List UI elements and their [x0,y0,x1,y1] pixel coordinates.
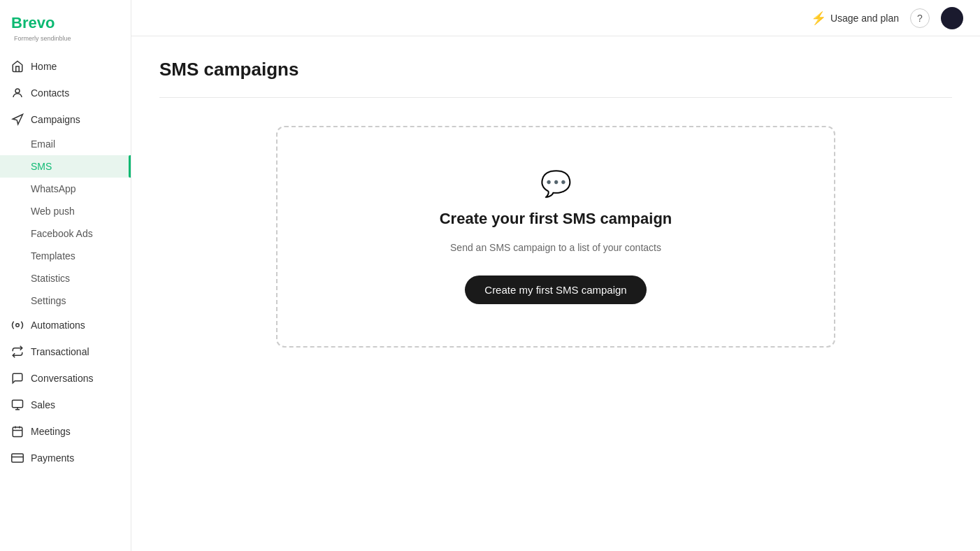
main-content: ⚡ Usage and plan ? SMS campaigns 💬 Creat… [131,0,980,551]
automations-icon [11,319,24,331]
svg-marker-1 [13,115,22,124]
sidebar-item-sales[interactable]: Sales [0,392,131,418]
svg-point-0 [15,89,20,93]
sidebar-item-contacts[interactable]: Contacts [0,80,131,106]
empty-state-icon: 💬 [540,169,572,199]
sidebar-sub-label: Settings [31,295,66,306]
sidebar-item-campaigns[interactable]: Campaigns [0,106,131,133]
sidebar-item-payments[interactable]: Payments [0,445,131,471]
empty-state-title: Create your first SMS campaign [440,210,672,228]
contacts-icon [11,87,24,99]
usage-plan-button[interactable]: ⚡ Usage and plan [811,10,899,26]
content-area: SMS campaigns 💬 Create your first SMS ca… [131,36,980,551]
sidebar-item-automations[interactable]: Automations [0,312,131,338]
sidebar-item-label: Payments [31,452,74,464]
sidebar-item-label: Meetings [31,426,71,437]
meetings-icon [11,425,24,438]
avatar[interactable] [941,7,963,29]
conversations-icon [11,372,24,385]
campaigns-icon [11,113,24,126]
sidebar-item-label: Sales [31,399,55,410]
sidebar-item-label: Conversations [31,373,94,384]
page-title: SMS campaigns [159,59,952,80]
sidebar-sub-sms[interactable]: SMS [0,155,131,178]
sidebar-item-label: Automations [31,320,85,331]
svg-rect-8 [12,454,24,462]
sidebar-item-label: Campaigns [31,114,80,125]
sidebar-item-label: Home [31,61,57,72]
sidebar-sub-label: Statistics [31,273,70,284]
sidebar-sub-label: SMS [31,161,52,172]
sidebar-sub-settings[interactable]: Settings [0,289,131,312]
sidebar-sub-label: Web push [31,206,75,217]
sidebar-sub-facebook-ads[interactable]: Facebook Ads [0,222,131,245]
payments-icon [11,452,24,464]
sidebar-item-meetings[interactable]: Meetings [0,418,131,445]
brand-name: Brevo [11,14,71,32]
sidebar-item-label: Transactional [31,346,89,357]
svg-point-2 [16,324,20,327]
usage-plan-label: Usage and plan [830,13,899,24]
empty-state-description: Send an SMS campaign to a list of your c… [450,242,661,253]
sidebar-item-conversations[interactable]: Conversations [0,365,131,392]
divider [159,97,952,98]
brand-formerly: Formerly sendinblue [14,35,71,42]
sidebar-sub-statistics[interactable]: Statistics [0,267,131,289]
help-button[interactable]: ? [910,8,930,28]
svg-rect-3 [13,400,23,408]
sidebar-item-transactional[interactable]: Transactional [0,338,131,365]
sidebar-sub-email[interactable]: Email [0,133,131,155]
sidebar-sub-templates[interactable]: Templates [0,245,131,267]
sales-icon [11,399,24,411]
home-icon [11,60,24,73]
sidebar-sub-label: Email [31,138,55,150]
sidebar: Brevo Formerly sendinblue Home Contacts … [0,0,131,551]
empty-state-card: 💬 Create your first SMS campaign Send an… [276,126,835,348]
transactional-icon [11,345,24,358]
sidebar-sub-whatsapp[interactable]: WhatsApp [0,178,131,200]
sidebar-item-label: Contacts [31,87,69,99]
logo[interactable]: Brevo Formerly sendinblue [0,6,131,53]
sidebar-sub-label: Templates [31,250,75,262]
create-campaign-button[interactable]: Create my first SMS campaign [465,276,646,304]
sidebar-sub-label: Facebook Ads [31,228,93,239]
lightning-icon: ⚡ [811,10,826,26]
sidebar-item-home[interactable]: Home [0,53,131,80]
help-icon: ? [917,13,923,24]
sidebar-sub-web-push[interactable]: Web push [0,200,131,222]
topbar: ⚡ Usage and plan ? [131,0,980,36]
sidebar-sub-label: WhatsApp [31,183,76,194]
svg-rect-4 [13,427,22,437]
